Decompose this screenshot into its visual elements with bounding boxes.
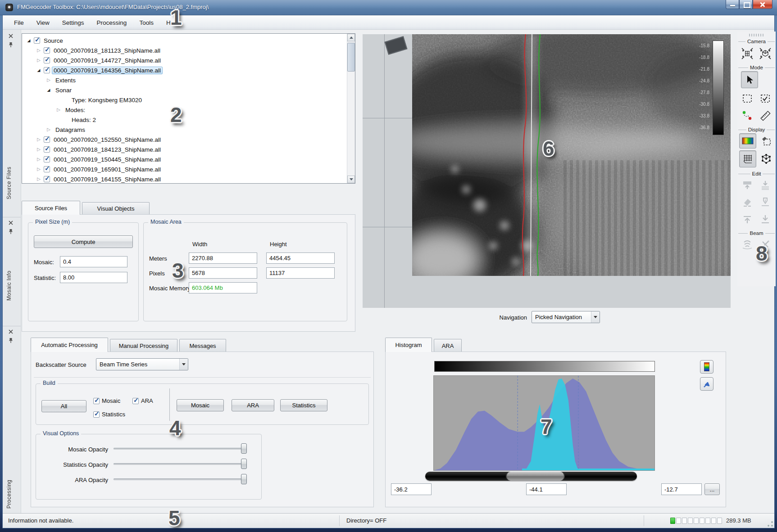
- minimize-button[interactable]: [726, 0, 739, 9]
- tab-histogram[interactable]: Histogram: [385, 338, 432, 352]
- title-bar[interactable]: FMGeocoder Toolbox: C:\Users\mdoucet\FMD…: [0, 0, 777, 15]
- checkbox[interactable]: [44, 166, 50, 172]
- compute-button[interactable]: Compute: [34, 235, 133, 248]
- pointer-mode-button[interactable]: [741, 71, 758, 88]
- select-rectangle-button[interactable]: [739, 91, 755, 106]
- colormap-display-button[interactable]: [739, 133, 756, 149]
- range-slider[interactable]: [425, 472, 637, 481]
- tab-manual-processing[interactable]: Manual Processing: [110, 339, 177, 352]
- checkbox[interactable]: [44, 47, 50, 54]
- dock-label-mosaic-info[interactable]: Mosaic Info: [6, 247, 19, 301]
- menu-processing[interactable]: Processing: [91, 18, 133, 28]
- camera-fit-grid-button[interactable]: [739, 46, 755, 61]
- pin-icon[interactable]: [8, 229, 14, 235]
- mosaic-opacity-slider[interactable]: [114, 443, 247, 454]
- build-all-button[interactable]: All: [41, 400, 86, 412]
- range-slider-middle-handle[interactable]: [506, 472, 565, 481]
- tree-item-label[interactable]: Sonar: [54, 86, 73, 94]
- dock-label-processing[interactable]: Processing: [6, 450, 19, 509]
- tree-item-label[interactable]: 0001_20070919_165901_ShipName.all: [52, 166, 163, 173]
- menu-file[interactable]: File: [8, 18, 30, 28]
- scroll-down-button[interactable]: [347, 176, 355, 183]
- tree-item-label[interactable]: Source: [42, 37, 65, 45]
- close-icon[interactable]: [8, 33, 14, 40]
- expander-icon[interactable]: [36, 166, 42, 172]
- tree-item-label[interactable]: Heads: 2: [70, 116, 98, 124]
- tree-item-label-selected[interactable]: 0000_20070919_164356_ShipName.all: [52, 67, 163, 74]
- navigation-combo[interactable]: Picked Navigation: [532, 311, 600, 323]
- statistics-opacity-slider[interactable]: [114, 459, 247, 469]
- tree-item-label[interactable]: 0000_20070918_181123_ShipName.all: [52, 47, 162, 54]
- mosaic-map-view[interactable]: -15.8 -18.8 -21.8 -24.8 -27.8 -30.8 -33.…: [363, 34, 731, 308]
- select-confirm-button[interactable]: [757, 91, 773, 106]
- expander-icon[interactable]: [36, 146, 42, 153]
- expander-icon[interactable]: [45, 126, 52, 133]
- resize-grip[interactable]: [767, 521, 773, 527]
- expander-icon[interactable]: [26, 37, 32, 44]
- more-options-button[interactable]: ...: [704, 483, 720, 495]
- backscatter-source-combo[interactable]: Beam Time Series: [96, 358, 188, 370]
- close-icon[interactable]: [8, 220, 14, 226]
- mosaic-pixel-size-field[interactable]: 0.4: [60, 256, 127, 267]
- build-mosaic-button[interactable]: Mosaic: [177, 399, 224, 411]
- slider-thumb[interactable]: [241, 459, 247, 469]
- statistics-checkbox[interactable]: [93, 411, 100, 418]
- checkbox[interactable]: [44, 67, 50, 73]
- vertex-display-button[interactable]: [758, 150, 774, 167]
- tree-item-label[interactable]: Modes:: [64, 106, 87, 114]
- dock-label-source-files[interactable]: Source Files: [6, 134, 19, 199]
- tab-ara[interactable]: ARA: [434, 339, 462, 352]
- pick-path-button[interactable]: [739, 108, 755, 123]
- tree-item-label[interactable]: Datagrams: [54, 126, 87, 134]
- menu-settings[interactable]: Settings: [56, 18, 90, 28]
- maximize-button[interactable]: [739, 0, 753, 9]
- close-icon[interactable]: [8, 329, 14, 335]
- pixels-width-field[interactable]: 5678: [189, 267, 257, 279]
- tree-item-label[interactable]: 0000_20070920_152550_ShipName.all: [52, 136, 163, 144]
- tree-scrollbar[interactable]: [347, 34, 355, 183]
- mesh-display-button[interactable]: [739, 150, 756, 167]
- tree-item-label[interactable]: Type: Kongsberg EM3020: [70, 96, 144, 104]
- checkbox[interactable]: [44, 156, 50, 162]
- slider-thumb[interactable]: [241, 443, 247, 454]
- range-max-field[interactable]: -12.7: [661, 483, 702, 495]
- pixels-height-field[interactable]: 11137: [266, 267, 335, 279]
- meters-width-field[interactable]: 2270.88: [189, 252, 257, 264]
- expander-icon[interactable]: [36, 136, 42, 143]
- tab-source-files[interactable]: Source Files: [22, 201, 80, 215]
- meters-height-field[interactable]: 4454.45: [266, 252, 335, 264]
- menu-tools[interactable]: Tools: [133, 18, 159, 28]
- menu-view[interactable]: View: [31, 18, 55, 28]
- ara-opacity-slider[interactable]: [114, 474, 247, 485]
- colormap-button[interactable]: [700, 360, 713, 374]
- tab-automatic-processing[interactable]: Automatic Processing: [31, 338, 108, 352]
- erase-selection-button[interactable]: [758, 133, 774, 149]
- expander-icon[interactable]: [36, 47, 42, 54]
- close-button[interactable]: [753, 0, 772, 9]
- ara-checkbox[interactable]: [132, 398, 139, 404]
- expander-icon[interactable]: [55, 107, 62, 113]
- expander-icon[interactable]: [36, 156, 42, 162]
- tree-item-label[interactable]: 0001_20070919_150445_ShipName.all: [52, 156, 163, 163]
- scroll-thumb[interactable]: [347, 43, 355, 72]
- expander-icon[interactable]: [36, 57, 42, 63]
- checkbox[interactable]: [44, 146, 50, 153]
- checkbox[interactable]: [34, 37, 40, 44]
- tab-messages[interactable]: Messages: [179, 339, 226, 352]
- expander-icon[interactable]: [45, 77, 52, 83]
- pick-range-button[interactable]: [700, 377, 713, 391]
- range-mid-field[interactable]: -44.1: [526, 483, 567, 495]
- expander-icon[interactable]: [45, 87, 52, 93]
- checkbox[interactable]: [44, 176, 50, 182]
- mosaic-checkbox[interactable]: [93, 398, 100, 404]
- measure-button[interactable]: [757, 108, 773, 123]
- tree-item-label[interactable]: 0000_20070919_144727_ShipName.all: [52, 57, 163, 64]
- checkbox[interactable]: [44, 57, 50, 63]
- slider-thumb[interactable]: [241, 474, 247, 484]
- pin-icon[interactable]: [8, 338, 14, 344]
- camera-fit-cube-button[interactable]: [757, 46, 773, 61]
- scroll-up-button[interactable]: [347, 34, 355, 41]
- tab-visual-objects[interactable]: Visual Objects: [82, 202, 150, 215]
- expander-icon[interactable]: [36, 176, 42, 182]
- build-ara-button[interactable]: ARA: [232, 399, 274, 411]
